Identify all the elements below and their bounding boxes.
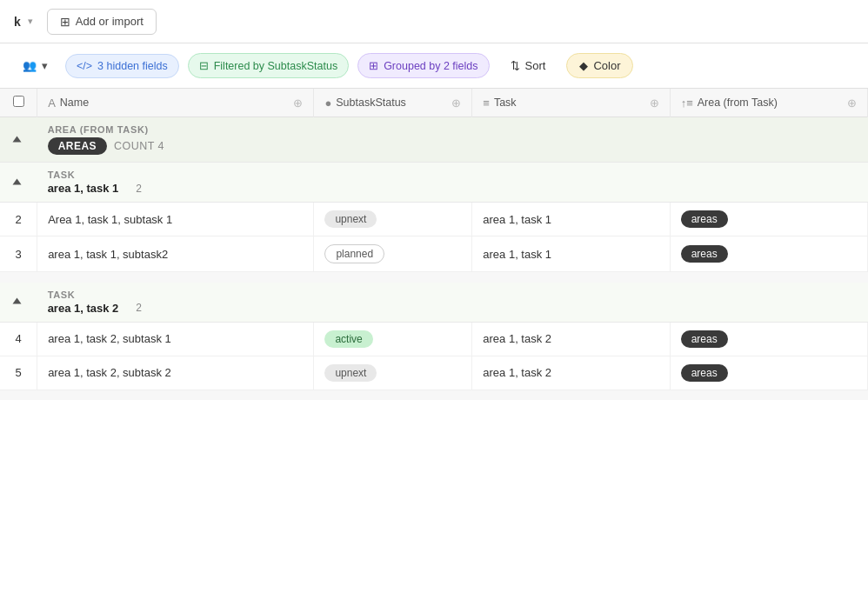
color-icon: ◆ xyxy=(579,59,588,72)
area-col-icon: ↑≡ xyxy=(681,97,693,110)
code-icon: </> xyxy=(77,60,92,72)
row-number: 2 xyxy=(0,203,37,236)
status-col-icon: ● xyxy=(324,97,331,110)
table-body: AREA (FROM TASK) areas Count 4 TASK area… xyxy=(0,117,868,401)
row-number: 3 xyxy=(0,236,37,272)
color-label: Color xyxy=(593,59,620,72)
group-outer-label-cell: AREA (FROM TASK) areas Count 4 xyxy=(37,117,868,163)
row-number: 5 xyxy=(0,356,37,390)
row-name: Area 1, task 1, subtask 1 xyxy=(37,203,314,236)
user-filter-chevron: ▾ xyxy=(42,59,48,72)
grouped-label: Grouped by 2 fields xyxy=(384,60,477,72)
area-badge: areas xyxy=(681,245,728,263)
subgroup-content: area 1, task 2 2 xyxy=(48,302,858,315)
task-col-icon: ≡ xyxy=(483,97,490,110)
table-row[interactable]: 4 area 1, task 2, subtask 1 active area … xyxy=(0,322,868,356)
status-badge: planned xyxy=(324,244,384,263)
filtered-chip[interactable]: ⊟ Filtered by SubtaskStatus xyxy=(188,53,349,78)
subgroup-header: TASK area 1, task 1 2 xyxy=(0,163,868,203)
subgroup-chevron-icon[interactable] xyxy=(12,298,21,304)
row-number: 4 xyxy=(0,322,37,356)
main-table: A Name ⊕ ● SubtaskStatus ⊕ ≡ Task xyxy=(0,89,868,400)
top-bar: k ▾ ⊞ Add or import xyxy=(0,0,868,43)
table-row[interactable]: 3 area 1, task 1, subtask2 planned area … xyxy=(0,236,868,272)
subgroup-chevron-icon[interactable] xyxy=(12,178,21,184)
subgroup-content: area 1, task 1 2 xyxy=(48,182,858,195)
subgroup-spacer xyxy=(0,272,868,283)
row-area: areas xyxy=(670,203,867,236)
th-area-label: Area (from Task) xyxy=(698,97,778,109)
table-row[interactable]: 2 Area 1, task 1, subtask 1 upnext area … xyxy=(0,203,868,236)
area-badge: areas xyxy=(681,330,728,348)
subgroup-spacer xyxy=(0,390,868,400)
row-task: area 1, task 2 xyxy=(472,356,670,390)
filter-bar: 👥 ▾ </> 3 hidden fields ⊟ Filtered by Su… xyxy=(0,43,868,89)
row-status: upnext xyxy=(314,356,472,390)
add-import-label: Add or import xyxy=(76,15,144,28)
subgroup-title: area 1, task 2 xyxy=(48,302,119,315)
row-task: area 1, task 2 xyxy=(472,322,670,356)
subgroup-count: 2 xyxy=(136,302,142,314)
row-area: areas xyxy=(670,356,867,390)
hidden-fields-chip[interactable]: </> 3 hidden fields xyxy=(65,54,179,78)
subgroup-section-label: TASK xyxy=(48,170,858,180)
group-outer-chevron-cell[interactable] xyxy=(0,117,37,163)
status-badge: upnext xyxy=(324,210,377,228)
subgroup-header: TASK area 1, task 2 2 xyxy=(0,283,868,323)
row-task: area 1, task 1 xyxy=(472,203,670,236)
users-icon: 👥 xyxy=(23,59,37,72)
select-all-checkbox[interactable] xyxy=(13,96,24,107)
th-task[interactable]: ≡ Task ⊕ xyxy=(472,89,670,117)
subgroup-title: area 1, task 1 xyxy=(48,182,119,195)
subgroup-section-label: TASK xyxy=(48,290,858,300)
group-outer-section-label: AREA (FROM TASK) xyxy=(48,124,858,135)
app-title-chevron-icon[interactable]: ▾ xyxy=(28,16,33,27)
th-name-label: Name xyxy=(60,97,89,109)
subgroup-count: 2 xyxy=(136,183,142,195)
group-header-outer: AREA (FROM TASK) areas Count 4 xyxy=(0,117,868,163)
sort-icon: ⇅ xyxy=(511,59,520,72)
row-area: areas xyxy=(670,322,867,356)
th-status[interactable]: ● SubtaskStatus ⊕ xyxy=(314,89,472,117)
status-badge: upnext xyxy=(324,364,377,382)
area-badge: areas xyxy=(681,210,728,228)
name-col-icon: A xyxy=(48,97,56,110)
th-area[interactable]: ↑≡ Area (from Task) ⊕ xyxy=(670,89,867,117)
status-badge: active xyxy=(324,330,372,348)
sort-label: Sort xyxy=(525,59,546,72)
row-area: areas xyxy=(670,236,867,272)
row-name: area 1, task 2, subtask 1 xyxy=(37,322,314,356)
th-task-label: Task xyxy=(494,97,517,109)
th-task-expand-icon: ⊕ xyxy=(650,97,659,110)
area-badge: areas xyxy=(681,364,728,382)
row-task: area 1, task 1 xyxy=(472,236,670,272)
subgroup-label-cell: TASK area 1, task 1 2 xyxy=(37,163,868,203)
group-outer-tag: areas xyxy=(48,137,107,155)
color-button[interactable]: ◆ Color xyxy=(566,53,633,78)
plus-icon: ⊞ xyxy=(60,15,70,29)
group-outer-content: areas Count 4 xyxy=(48,137,858,155)
row-status: active xyxy=(314,322,472,356)
group-outer-count: Count 4 xyxy=(114,140,164,152)
grouped-chip[interactable]: ⊞ Grouped by 2 fields xyxy=(357,53,489,78)
subgroup-chevron-cell[interactable] xyxy=(0,283,37,323)
table-wrapper: A Name ⊕ ● SubtaskStatus ⊕ ≡ Task xyxy=(0,89,868,606)
th-status-label: SubtaskStatus xyxy=(336,97,406,109)
add-import-button[interactable]: ⊞ Add or import xyxy=(47,9,157,35)
th-checkbox[interactable] xyxy=(0,89,37,117)
th-name-expand-icon: ⊕ xyxy=(293,97,303,110)
subgroup-chevron-cell[interactable] xyxy=(0,163,37,203)
group-outer-chevron-icon[interactable] xyxy=(12,136,21,142)
row-status: planned xyxy=(314,236,472,272)
subgroup-label-cell: TASK area 1, task 2 2 xyxy=(37,283,868,323)
row-name: area 1, task 2, subtask 2 xyxy=(37,356,314,390)
filtered-label: Filtered by SubtaskStatus xyxy=(214,60,337,72)
table-row[interactable]: 5 area 1, task 2, subtask 2 upnext area … xyxy=(0,356,868,390)
app-title: k xyxy=(14,15,21,29)
th-name[interactable]: A Name ⊕ xyxy=(37,89,314,117)
row-status: upnext xyxy=(314,203,472,236)
sort-button[interactable]: ⇅ Sort xyxy=(498,54,558,77)
th-area-expand-icon: ⊕ xyxy=(847,97,857,110)
row-name: area 1, task 1, subtask2 xyxy=(37,236,314,272)
user-filter-button[interactable]: 👥 ▾ xyxy=(14,55,57,77)
